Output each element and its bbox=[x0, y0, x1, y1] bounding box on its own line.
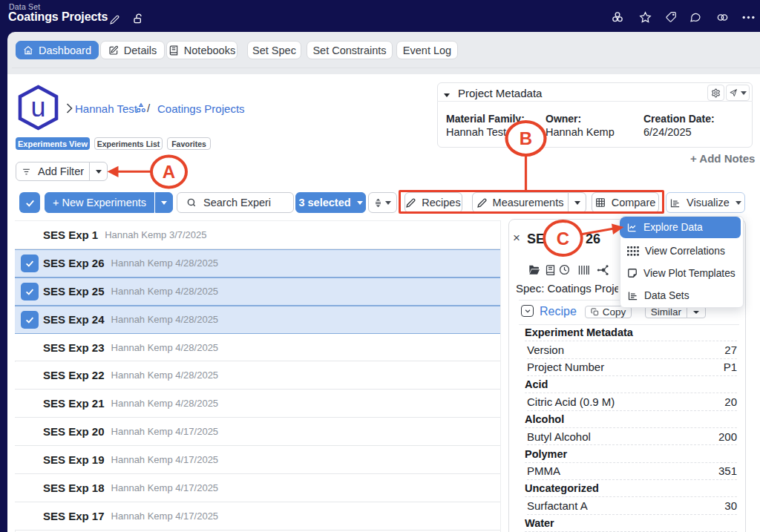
svg-text:u: u bbox=[30, 92, 45, 122]
